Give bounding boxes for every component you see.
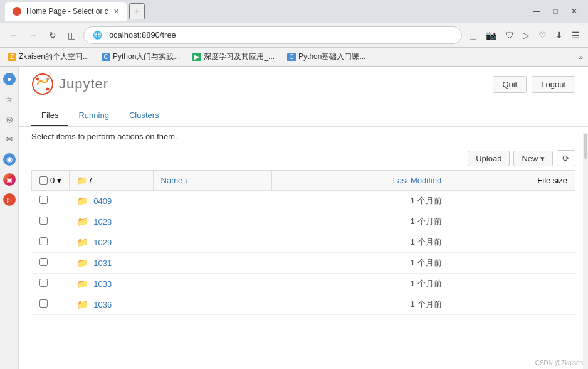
row-checkbox-cell-5	[32, 294, 70, 315]
row-checkbox-cell-0	[32, 191, 70, 211]
row-modified-cell-0: 1 个月前	[272, 191, 449, 211]
row-checkbox-4[interactable]	[39, 279, 48, 287]
header-name-cell[interactable]: Name ↓	[153, 171, 272, 191]
tab-clusters[interactable]: Clusters	[119, 105, 169, 126]
row-modified-cell-2: 1 个月前	[272, 232, 449, 253]
logout-button[interactable]: Logout	[532, 76, 575, 93]
row-name-cell-4: 📁 1033	[70, 274, 272, 294]
screenshot-icon[interactable]: ⬚	[466, 28, 480, 43]
table-row[interactable]: 📁 1031 1 个月前	[32, 253, 575, 274]
sort-arrow-icon: ↓	[185, 177, 188, 184]
bookmarks-more-button[interactable]: »	[579, 53, 583, 62]
play-icon[interactable]: ▷	[520, 28, 533, 43]
sidebar-icon-social[interactable]: ◉	[3, 153, 16, 166]
bookmark-python-basic-label: Python基础入门课...	[298, 51, 365, 62]
row-modified-cell-1: 1 个月前	[272, 211, 449, 232]
bookmark-python-basic-icon: C	[287, 53, 296, 62]
row-name-link-3[interactable]: 1031	[93, 259, 112, 268]
svg-point-3	[46, 78, 50, 81]
tab-title: Home Page - Select or c	[26, 7, 108, 16]
new-tab-button[interactable]: +	[129, 3, 145, 19]
heart-icon[interactable]: ♡	[535, 28, 550, 43]
svg-point-2	[46, 88, 50, 91]
table-row[interactable]: 📁 1028 1 个月前	[32, 211, 575, 232]
close-window-button[interactable]: ✕	[565, 3, 583, 19]
browser-tab[interactable]: Home Page - Select or c ✕	[5, 2, 127, 21]
select-message: Select items to perform actions on them.	[31, 132, 177, 141]
sidebar-icon-star[interactable]: ☆	[3, 93, 16, 105]
refresh-button[interactable]: ⟳	[557, 150, 575, 166]
bookmark-deep-learning-label: 深度学习及其应用_...	[204, 51, 275, 62]
minimize-button[interactable]: —	[528, 3, 545, 19]
browser-body: ● ☆ ◎ ✉ ◉ ▣ ▷ Jupyter	[0, 67, 588, 369]
camera-icon[interactable]: 📷	[483, 28, 500, 43]
table-row[interactable]: 📁 1036 1 个月前	[32, 294, 575, 315]
scroll-thumb[interactable]	[584, 134, 587, 159]
grid-view-button[interactable]: ◫	[64, 28, 80, 43]
reload-button[interactable]: ↻	[45, 28, 60, 43]
row-size-cell-0	[449, 191, 575, 211]
quit-button[interactable]: Quit	[493, 76, 527, 93]
sidebar-icon-history[interactable]: ◎	[3, 113, 16, 126]
header-dropdown-icon[interactable]: ▾	[57, 176, 61, 185]
row-name-link-1[interactable]: 1028	[93, 217, 112, 227]
watermark: CSDN @Zkaisen	[535, 360, 583, 366]
header-modified-cell[interactable]: Last Modified	[272, 171, 449, 191]
table-row[interactable]: 📁 1029 1 个月前	[32, 232, 575, 253]
select-all-checkbox[interactable]	[39, 176, 48, 184]
row-modified-cell-3: 1 个月前	[272, 253, 449, 274]
bookmark-python-intro[interactable]: C Python入门与实践...	[99, 50, 182, 63]
jupyter-logo-icon	[31, 73, 54, 95]
row-name-link-4[interactable]: 1033	[93, 279, 112, 289]
forward-button[interactable]: →	[25, 28, 41, 43]
bookmarks-bar: Z Zkaisen的个人空间... C Python入门与实践... ▶ 深度学…	[0, 48, 588, 67]
sidebar-icon-mail[interactable]: ✉	[3, 133, 16, 146]
jupyter-content: Jupyter Quit Logout Files Running Cluste…	[19, 67, 588, 315]
shield-icon[interactable]: 🛡	[502, 28, 517, 43]
table-row[interactable]: 📁 0409 1 个月前	[32, 191, 575, 211]
select-all-count: 0	[50, 176, 55, 185]
jupyter-header: Jupyter Quit Logout	[19, 67, 588, 102]
header-checkbox-cell: 0 ▾	[32, 171, 70, 191]
row-modified-cell-5: 1 个月前	[272, 294, 449, 315]
row-checkbox-2[interactable]	[39, 237, 48, 245]
file-table-body: 📁 0409 1 个月前 📁 1028 1 个月前 📁 1029 1 个月前 📁	[32, 191, 575, 315]
window-controls: — □ ✕	[528, 3, 583, 19]
url-bar[interactable]: 🌐 localhost:8890/tree	[83, 26, 462, 44]
bookmark-python-basic[interactable]: C Python基础入门课...	[285, 50, 368, 63]
row-checkbox-1[interactable]	[39, 217, 48, 225]
bookmark-zkaisen[interactable]: Z Zkaisen的个人空间...	[5, 50, 92, 63]
jupyter-header-buttons: Quit Logout	[493, 76, 575, 93]
sidebar-icon-play[interactable]: ▷	[3, 193, 16, 206]
row-name-link-2[interactable]: 1029	[93, 238, 112, 247]
bookmark-zkaisen-label: Zkaisen的个人空间...	[19, 51, 89, 62]
row-name-link-5[interactable]: 1036	[93, 300, 112, 309]
tab-close-button[interactable]: ✕	[113, 8, 119, 16]
download-icon[interactable]: ⬇	[552, 28, 566, 43]
maximize-button[interactable]: □	[547, 3, 564, 19]
row-size-cell-3	[449, 253, 575, 274]
menu-icon[interactable]: ☰	[569, 28, 583, 43]
row-checkbox-3[interactable]	[39, 258, 48, 266]
table-header-row: 0 ▾ 📁 / Name ↓	[32, 171, 575, 191]
row-checkbox-cell-3	[32, 253, 70, 274]
bookmark-deep-learning[interactable]: ▶ 深度学习及其应用_...	[190, 50, 277, 63]
folder-icon-1: 📁	[77, 217, 88, 227]
back-button[interactable]: ←	[5, 28, 21, 43]
tab-files[interactable]: Files	[31, 105, 68, 126]
table-row[interactable]: 📁 1033 1 个月前	[32, 274, 575, 294]
row-checkbox-5[interactable]	[39, 299, 48, 308]
svg-point-0	[33, 74, 53, 94]
tab-running[interactable]: Running	[68, 105, 118, 126]
row-checkbox-0[interactable]	[39, 196, 48, 204]
path-label: /	[90, 176, 92, 185]
upload-button[interactable]: Upload	[468, 151, 510, 166]
row-name-link-0[interactable]: 0409	[93, 196, 112, 206]
scroll-track[interactable]	[583, 133, 588, 369]
row-size-cell-4	[449, 274, 575, 294]
folder-icon-4: 📁	[77, 279, 88, 289]
svg-point-1	[36, 78, 39, 81]
sidebar-icon-0[interactable]: ●	[3, 73, 16, 85]
new-button[interactable]: New ▾	[513, 151, 553, 166]
sidebar-icon-instagram[interactable]: ▣	[3, 173, 16, 186]
